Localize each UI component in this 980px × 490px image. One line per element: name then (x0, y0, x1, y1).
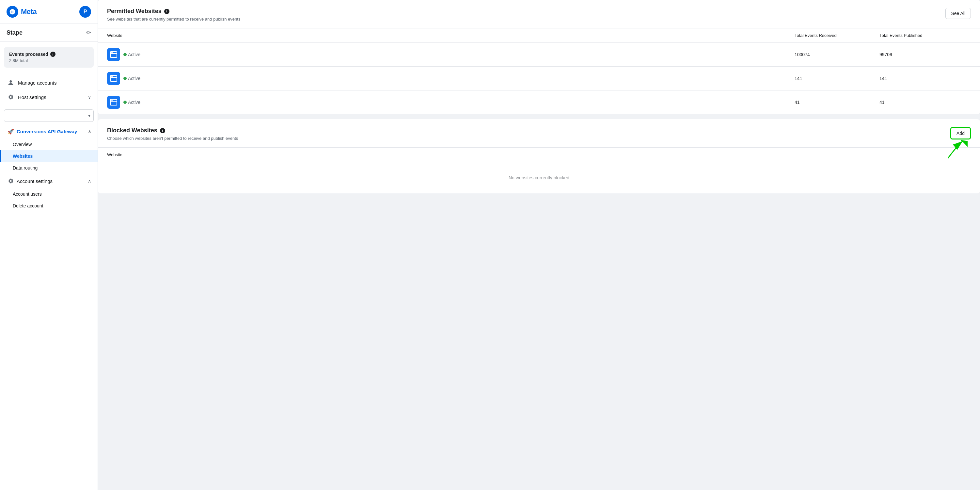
blocked-websites-description: Choose which websites aren't permitted t… (107, 136, 950, 141)
manage-accounts-label: Manage accounts (18, 80, 56, 86)
table-row: Active 41 41 (98, 91, 980, 114)
website-icon (107, 72, 120, 85)
blocked-websites-title: Blocked Websites i (107, 127, 950, 134)
events-received-value: 100074 (795, 52, 880, 57)
events-processed-card: Events processed i 2.8M total (4, 47, 94, 68)
meta-logo-icon (6, 6, 18, 18)
host-settings-label: Host settings (18, 94, 46, 100)
permitted-websites-table-header: Website Total Events Received Total Even… (98, 29, 980, 43)
website-column-header: Website (107, 33, 795, 38)
permitted-websites-description: See websites that are currently permitte… (107, 17, 240, 22)
browser-icon (110, 51, 118, 59)
events-published-value: 99709 (880, 52, 971, 57)
blocked-websites-empty-state: No websites currently blocked (98, 162, 980, 193)
website-icon (107, 48, 120, 61)
main-nav: Manage accounts Host settings ∨ (0, 73, 98, 107)
arrow-icon (945, 139, 967, 161)
meta-wordmark: Meta (21, 8, 37, 16)
person-icon (8, 79, 14, 86)
sidebar-item-data-routing[interactable]: Data routing (0, 162, 98, 174)
sidebar-item-overview[interactable]: Overview (0, 139, 98, 150)
website-cell: Active (107, 72, 795, 85)
account-settings-subnav: Account users Delete account (0, 188, 98, 212)
svg-rect-0 (110, 52, 117, 57)
workspace-dropdown-wrapper: ▾ (4, 109, 94, 122)
api-gateway-subnav: Overview Websites Data routing (0, 139, 98, 174)
svg-point-11 (112, 100, 113, 101)
permitted-websites-info-icon[interactable]: i (164, 9, 169, 14)
sidebar-item-websites[interactable]: Websites (0, 150, 98, 162)
sidebar: Meta P Stape ✏ Events processed i 2.8M t… (0, 0, 98, 490)
main-content: Permitted Websites i See websites that a… (98, 0, 980, 490)
website-cell: Active (107, 96, 795, 109)
sidebar-item-account-users[interactable]: Account users (0, 188, 98, 200)
host-settings-expand-icon: ∨ (88, 94, 91, 100)
events-processed-title: Events processed i (9, 52, 89, 57)
svg-point-3 (112, 52, 113, 53)
permitted-websites-section: Permitted Websites i See websites that a… (98, 0, 980, 114)
arrow-annotation (945, 139, 967, 162)
blocked-websites-section: Blocked Websites i Choose which websites… (98, 119, 980, 193)
sidebar-item-host-settings[interactable]: Host settings ∨ (0, 90, 98, 104)
brand-name: Stape (6, 29, 22, 36)
api-gateway-expand-icon: ∧ (88, 129, 91, 134)
table-row: Active 100074 99709 (98, 43, 980, 67)
browser-icon (110, 98, 118, 106)
sidebar-brand: Stape ✏ (0, 24, 98, 42)
svg-rect-8 (110, 99, 117, 105)
table-row: Active 141 141 (98, 67, 980, 91)
add-blocked-website-button[interactable]: Add (950, 127, 971, 139)
active-dot-icon (123, 77, 127, 80)
active-dot-icon (123, 101, 127, 104)
account-settings-gear-icon (8, 178, 14, 184)
gear-icon (8, 94, 14, 100)
events-published-value: 41 (880, 100, 971, 105)
events-published-value: 141 (880, 76, 971, 81)
svg-point-7 (112, 76, 113, 77)
website-cell: Active (107, 48, 795, 61)
account-settings-label: Account settings (17, 178, 52, 184)
meta-logo: Meta (6, 6, 37, 18)
sidebar-item-delete-account[interactable]: Delete account (0, 200, 98, 212)
permitted-websites-table: Website Total Events Received Total Even… (98, 29, 980, 114)
sidebar-item-account-settings[interactable]: Account settings ∧ (0, 174, 98, 188)
permitted-websites-title: Permitted Websites i (107, 8, 240, 15)
website-status: Active (123, 100, 140, 105)
blocked-websites-info-icon[interactable]: i (160, 128, 165, 133)
blocked-header-content: Blocked Websites i Choose which websites… (107, 127, 950, 141)
api-gateway-label: Conversions API Gateway (17, 129, 77, 134)
workspace-dropdown-container: ▾ (0, 107, 98, 124)
blocked-websites-table-header: Website (98, 148, 980, 162)
sidebar-item-conversions-api-gateway[interactable]: 🚀 Conversions API Gateway ∧ (0, 124, 98, 139)
events-received-value: 141 (795, 76, 880, 81)
website-status: Active (123, 76, 140, 81)
events-received-value: 41 (795, 100, 880, 105)
add-button-container: Add (950, 127, 971, 139)
workspace-dropdown[interactable] (4, 109, 94, 122)
website-icon (107, 96, 120, 109)
meta-symbol (9, 8, 16, 15)
user-avatar[interactable]: P (80, 6, 91, 18)
edit-icon[interactable]: ✏ (86, 29, 91, 36)
see-all-button[interactable]: See All (945, 8, 971, 19)
sidebar-item-manage-accounts[interactable]: Manage accounts (0, 75, 98, 90)
events-info-icon[interactable]: i (50, 52, 56, 57)
svg-point-6 (111, 76, 112, 77)
total-received-column-header: Total Events Received (795, 33, 880, 38)
website-status: Active (123, 52, 140, 57)
browser-icon (110, 75, 118, 82)
svg-point-10 (111, 100, 112, 101)
account-settings-expand-icon: ∧ (88, 178, 91, 184)
events-processed-count: 2.8M total (9, 58, 89, 63)
sidebar-header: Meta P (0, 0, 98, 24)
blocked-website-column-header: Website (107, 152, 971, 157)
svg-point-2 (111, 52, 112, 53)
permitted-websites-header: Permitted Websites i See websites that a… (98, 0, 980, 29)
blocked-websites-table: Website No websites currently blocked (98, 148, 980, 193)
active-dot-icon (123, 53, 127, 56)
total-published-column-header: Total Events Published (880, 33, 971, 38)
blocked-websites-header: Blocked Websites i Choose which websites… (98, 119, 980, 148)
svg-rect-4 (110, 75, 117, 81)
rocket-icon: 🚀 (8, 128, 14, 134)
permitted-websites-title-group: Permitted Websites i See websites that a… (107, 8, 240, 22)
